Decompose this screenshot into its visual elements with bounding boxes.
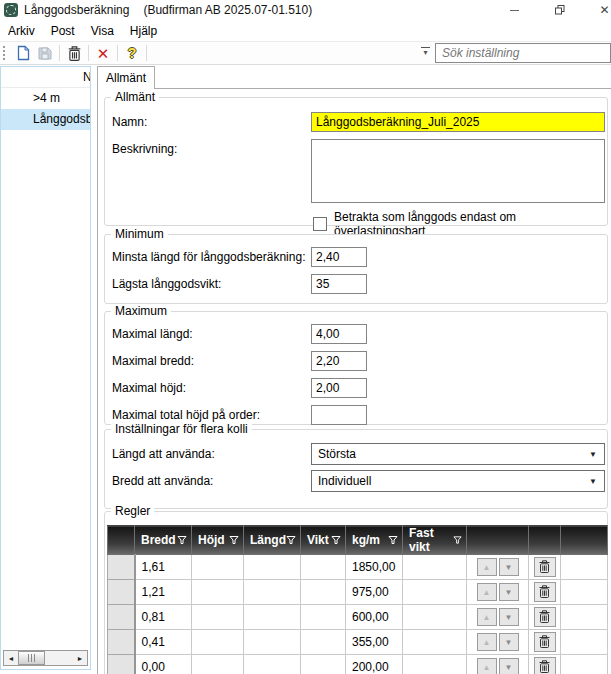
sidebar-column-header[interactable]: Namn: [1, 67, 90, 88]
cell-bredd[interactable]: 1,61: [135, 555, 192, 580]
cell-fast-vikt[interactable]: [403, 630, 467, 655]
move-down-button[interactable]: ▼: [499, 558, 519, 576]
close-button[interactable]: ✕: [582, 0, 611, 20]
cell-vikt[interactable]: [301, 605, 346, 630]
cell-kgm[interactable]: 200,00: [346, 655, 403, 674]
column-header-bredd[interactable]: Bredd: [135, 526, 192, 555]
minsta-langd-input[interactable]: [311, 247, 367, 267]
cell-fast-vikt[interactable]: [403, 655, 467, 674]
delete-button[interactable]: [63, 43, 85, 63]
filter-icon[interactable]: [229, 535, 239, 545]
cell-kgm[interactable]: 355,00: [346, 630, 403, 655]
new-button[interactable]: [12, 43, 34, 63]
save-button[interactable]: [34, 43, 56, 63]
cell-vikt[interactable]: [301, 655, 346, 674]
row-selector[interactable]: [108, 555, 135, 580]
delete-row-button[interactable]: [534, 582, 556, 602]
cell-fast-vikt[interactable]: [403, 605, 467, 630]
cell-langd[interactable]: [244, 630, 301, 655]
move-up-button[interactable]: ▲: [477, 558, 497, 576]
filter-icon[interactable]: [177, 535, 187, 545]
cell-fast-vikt[interactable]: [403, 555, 467, 580]
restore-button[interactable]: [537, 0, 582, 20]
maximal-bredd-input[interactable]: [311, 351, 367, 371]
cell-hojd[interactable]: [192, 630, 244, 655]
cell-vikt[interactable]: [301, 580, 346, 605]
remove-button[interactable]: ✕: [92, 43, 114, 63]
filter-icon[interactable]: [453, 535, 462, 545]
move-up-button[interactable]: ▲: [477, 583, 497, 601]
cell-fast-vikt[interactable]: [403, 580, 467, 605]
search-input[interactable]: [435, 43, 611, 63]
row-selector[interactable]: [108, 655, 135, 674]
delete-row-button[interactable]: [534, 657, 556, 674]
column-header-kgm[interactable]: kg/m: [346, 526, 403, 555]
minimize-button[interactable]: [492, 0, 537, 20]
row-selector[interactable]: [108, 605, 135, 630]
bredd-att-anvanda-dropdown[interactable]: Individuell ▼: [311, 470, 605, 492]
cell-bredd[interactable]: 1,21: [135, 580, 192, 605]
cell-vikt[interactable]: [301, 630, 346, 655]
beskrivning-textarea[interactable]: [311, 139, 605, 203]
delete-row-button[interactable]: [534, 557, 556, 577]
filter-icon[interactable]: [331, 535, 341, 545]
cell-langd[interactable]: [244, 605, 301, 630]
column-header-langd[interactable]: Längd: [244, 526, 301, 555]
namn-input[interactable]: [311, 112, 605, 132]
cell-hojd[interactable]: [192, 605, 244, 630]
toolbar-grip[interactable]: [3, 46, 8, 60]
cell-bredd[interactable]: 0,00: [135, 655, 192, 674]
sidebar-horizontal-scrollbar[interactable]: ◄ ►: [3, 650, 88, 666]
cell-kgm[interactable]: 1850,00: [346, 555, 403, 580]
maximal-total-hojd-input[interactable]: [311, 405, 367, 425]
tab-allmant[interactable]: Allmänt: [97, 66, 155, 89]
column-header-fast-vikt[interactable]: Fast vikt: [403, 526, 467, 555]
cell-kgm[interactable]: 600,00: [346, 605, 403, 630]
cell-hojd[interactable]: [192, 655, 244, 674]
row-selector[interactable]: [108, 630, 135, 655]
filter-icon[interactable]: [388, 535, 398, 545]
rules-table: Bredd Höjd Längd Vikt kg/m Fast vikt: [107, 525, 608, 674]
column-header-vikt[interactable]: Vikt: [301, 526, 346, 555]
help-icon: ?: [128, 46, 137, 60]
help-button[interactable]: ?: [121, 43, 143, 63]
filter-icon[interactable]: [286, 535, 296, 545]
maximal-hojd-input[interactable]: [311, 378, 367, 398]
scrollbar-thumb[interactable]: [18, 651, 45, 665]
delete-row-button[interactable]: [534, 607, 556, 627]
cell-kgm[interactable]: 975,00: [346, 580, 403, 605]
move-up-button[interactable]: ▲: [477, 658, 497, 674]
cell-langd[interactable]: [244, 555, 301, 580]
overlast-checkbox[interactable]: [313, 217, 327, 231]
menu-visa[interactable]: Visa: [91, 24, 114, 38]
langd-att-anvanda-dropdown[interactable]: Största ▼: [311, 443, 605, 465]
menu-post[interactable]: Post: [51, 24, 75, 38]
move-down-button[interactable]: ▼: [499, 633, 519, 651]
lagsta-vikt-input[interactable]: [311, 274, 367, 294]
cell-bredd[interactable]: 0,81: [135, 605, 192, 630]
maximal-langd-input[interactable]: [311, 324, 367, 344]
move-down-button[interactable]: ▼: [499, 608, 519, 626]
cell-hojd[interactable]: [192, 555, 244, 580]
restore-icon: [555, 5, 565, 15]
delete-row-button[interactable]: [534, 632, 556, 652]
row-selector[interactable]: [108, 580, 135, 605]
scroll-left-icon[interactable]: ◄: [4, 651, 18, 665]
menu-hjalp[interactable]: Hjälp: [130, 24, 157, 38]
cell-langd[interactable]: [244, 580, 301, 605]
cell-hojd[interactable]: [192, 580, 244, 605]
move-up-button[interactable]: ▲: [477, 633, 497, 651]
move-down-button[interactable]: ▼: [499, 583, 519, 601]
sidebar-item-langgodsberakning[interactable]: Långgodsberäkning_Juli_2025: [1, 109, 90, 130]
cell-move: ▲▼: [467, 630, 529, 655]
sidebar-item-4m[interactable]: >4 m: [1, 88, 90, 109]
cell-langd[interactable]: [244, 655, 301, 674]
cell-bredd[interactable]: 0,41: [135, 630, 192, 655]
move-down-button[interactable]: ▼: [499, 658, 519, 674]
scroll-right-icon[interactable]: ►: [73, 651, 87, 665]
move-up-button[interactable]: ▲: [477, 608, 497, 626]
menu-arkiv[interactable]: Arkiv: [8, 24, 35, 38]
column-header-hojd[interactable]: Höjd: [192, 526, 244, 555]
toolbar-overflow-icon[interactable]: ▾: [421, 47, 430, 56]
cell-vikt[interactable]: [301, 555, 346, 580]
